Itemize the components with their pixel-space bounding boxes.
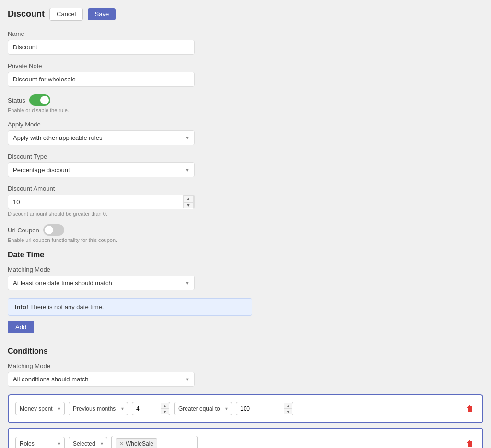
url-coupon-label: Url Coupon (8, 227, 39, 234)
discount-amount-spinners: ▲ ▼ (183, 195, 194, 208)
private-note-input[interactable] (8, 72, 195, 87)
status-hint: Enable or disable the rule. (8, 107, 483, 113)
conditions-matching-mode-group: Matching Mode All conditions should matc… (8, 362, 483, 387)
datetime-section-title: Date Time (8, 251, 483, 259)
name-group: Name (8, 30, 483, 55)
private-note-label: Private Note (8, 62, 483, 69)
info-text: There is not any date time. (30, 303, 104, 310)
delete-condition-button-0[interactable]: 🗑 (464, 403, 476, 414)
period-increment-button-0[interactable]: ▲ (161, 403, 169, 409)
condition-operator-select-0[interactable]: Greater equal to Less equal to Equal to (174, 402, 232, 415)
discount-type-label: Discount Type (8, 153, 483, 160)
decrement-button[interactable]: ▼ (183, 202, 194, 209)
condition-row-0: Money spent Order count Roles ▼ Previous… (8, 394, 483, 423)
discount-amount-hint: Discount amount should be greater than 0… (8, 211, 483, 217)
condition-tags-wrapper-1[interactable]: ✕ WholeSale (111, 436, 198, 448)
status-group: Status Enable or disable the rule. (8, 94, 483, 113)
datetime-matching-mode-select[interactable]: At least one date time should match All … (8, 276, 195, 290)
private-note-group: Private Note (8, 62, 483, 87)
value-increment-button-0[interactable]: ▲ (284, 403, 292, 409)
url-coupon-slider (43, 224, 64, 236)
name-input[interactable] (8, 40, 195, 55)
status-toggle[interactable] (29, 94, 50, 106)
discount-type-select-wrapper: Percentage discount Fixed discount ▼ (8, 162, 195, 177)
apply-mode-select-wrapper: Apply with other applicable rules Apply … (8, 130, 195, 145)
condition-row-1: Money spent Order count Roles ▼ Selected… (8, 428, 483, 448)
condition-value-wrapper-0: ▲ ▼ (236, 402, 293, 415)
datetime-matching-mode-label: Matching Mode (8, 266, 483, 273)
save-button[interactable]: Save (88, 8, 116, 20)
info-label: Info! (15, 303, 28, 310)
increment-button[interactable]: ▲ (183, 195, 194, 202)
page-header: Discount Cancel Save (8, 8, 483, 21)
tag-close-icon[interactable]: ✕ (119, 441, 124, 447)
toggle-slider (29, 94, 50, 106)
discount-amount-wrapper: ▲ ▼ (8, 195, 195, 209)
apply-mode-select[interactable]: Apply with other applicable rules Apply … (8, 130, 195, 145)
page-title: Discount (8, 9, 45, 19)
period-decrement-button-0[interactable]: ▼ (161, 409, 169, 414)
condition-period-value-wrapper-0: ▲ ▼ (132, 402, 170, 415)
delete-condition-button-1[interactable]: 🗑 (464, 438, 476, 448)
condition-type-select-1[interactable]: Money spent Order count Roles (15, 437, 65, 448)
name-label: Name (8, 30, 483, 37)
condition-mode-select-1[interactable]: Selected All (69, 437, 107, 448)
status-label: Status (8, 97, 25, 104)
datetime-matching-mode-group: Matching Mode At least one date time sho… (8, 266, 483, 290)
conditions-matching-mode-select[interactable]: All conditions should match At least one… (8, 372, 195, 387)
datetime-info-box: Info! There is not any date time. (8, 298, 252, 316)
condition-type-wrapper-0: Money spent Order count Roles ▼ (15, 402, 65, 415)
discount-amount-group: Discount Amount ▲ ▼ Discount amount shou… (8, 185, 483, 217)
condition-period-spinners-0: ▲ ▼ (161, 403, 169, 414)
conditions-matching-mode-label: Matching Mode (8, 362, 483, 369)
condition-mode-wrapper-1: Selected All ▼ (69, 437, 107, 448)
value-decrement-button-0[interactable]: ▼ (284, 409, 292, 414)
conditions-matching-mode-wrapper: All conditions should match At least one… (8, 372, 195, 387)
discount-amount-input[interactable] (8, 195, 195, 209)
apply-mode-label: Apply Mode (8, 121, 483, 128)
cancel-button[interactable]: Cancel (49, 8, 83, 21)
url-coupon-hint: Enable url coupon functionality for this… (8, 237, 483, 243)
condition-period-select-0[interactable]: Previous months All time Current month (69, 402, 128, 415)
url-coupon-group: Url Coupon Enable url coupon functionali… (8, 224, 483, 243)
condition-period-wrapper-0: Previous months All time Current month ▼ (69, 402, 128, 415)
datetime-matching-mode-wrapper: At least one date time should match All … (8, 276, 195, 290)
discount-amount-label: Discount Amount (8, 185, 483, 192)
apply-mode-group: Apply Mode Apply with other applicable r… (8, 121, 483, 145)
tag-wholesale: ✕ WholeSale (116, 438, 157, 448)
condition-value-spinners-0: ▲ ▼ (284, 403, 292, 414)
discount-type-select[interactable]: Percentage discount Fixed discount (8, 162, 195, 177)
condition-operator-wrapper-0: Greater equal to Less equal to Equal to … (174, 402, 232, 415)
tag-label: WholeSale (126, 440, 153, 447)
condition-type-wrapper-1: Money spent Order count Roles ▼ (15, 437, 65, 448)
datetime-add-button[interactable]: Add (8, 321, 34, 333)
discount-type-group: Discount Type Percentage discount Fixed … (8, 153, 483, 177)
conditions-section-title: Conditions (8, 347, 483, 356)
url-coupon-toggle[interactable] (43, 224, 64, 236)
condition-type-select-0[interactable]: Money spent Order count Roles (15, 402, 65, 415)
